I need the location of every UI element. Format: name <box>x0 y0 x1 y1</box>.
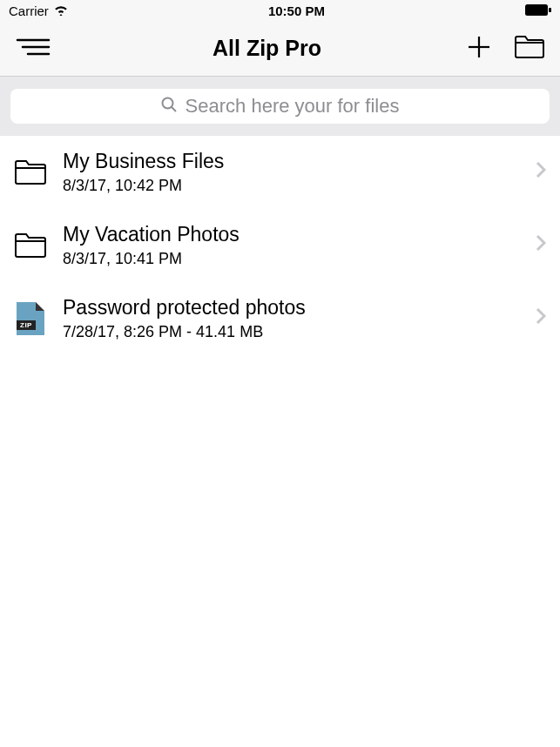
file-list: My Business Files 8/3/17, 10:42 PM My Va… <box>0 136 560 355</box>
search-container: Search here your for files <box>0 77 560 136</box>
page-title: All Zip Pro <box>85 36 449 61</box>
list-item[interactable]: My Vacation Photos 8/3/17, 10:41 PM <box>0 209 560 282</box>
search-icon <box>161 95 177 118</box>
add-icon[interactable] <box>468 36 490 62</box>
folder-icon <box>14 156 47 189</box>
status-left: Carrier <box>9 3 68 18</box>
list-item-subtitle: 8/3/17, 10:41 PM <box>63 250 520 268</box>
list-item[interactable]: ZIP Password protected photos 7/28/17, 8… <box>0 282 560 355</box>
list-item-subtitle: 7/28/17, 8:26 PM - 41.41 MB <box>63 323 520 341</box>
svg-rect-0 <box>525 4 548 16</box>
search-placeholder: Search here your for files <box>186 95 400 118</box>
folder-icon <box>14 229 47 262</box>
chevron-right-icon <box>536 234 546 257</box>
status-bar: Carrier 10:50 PM <box>0 0 560 21</box>
list-item[interactable]: My Business Files 8/3/17, 10:42 PM <box>0 136 560 209</box>
menu-icon[interactable] <box>16 37 51 60</box>
wifi-icon <box>54 3 68 18</box>
zip-file-icon: ZIP <box>14 302 47 335</box>
carrier-label: Carrier <box>9 3 49 18</box>
svg-rect-1 <box>549 8 551 12</box>
svg-line-9 <box>172 107 176 111</box>
battery-icon <box>525 3 551 18</box>
folder-nav-icon[interactable] <box>515 36 544 62</box>
svg-point-8 <box>162 98 172 109</box>
nav-bar: All Zip Pro <box>0 21 560 77</box>
search-input[interactable]: Search here your for files <box>10 89 550 124</box>
chevron-right-icon <box>536 307 546 330</box>
list-item-title: My Vacation Photos <box>63 223 520 246</box>
status-time: 10:50 PM <box>268 3 325 18</box>
list-item-title: Password protected photos <box>63 296 520 320</box>
chevron-right-icon <box>536 161 546 184</box>
list-item-title: My Business Files <box>63 150 520 173</box>
status-right <box>525 3 551 18</box>
list-item-subtitle: 8/3/17, 10:42 PM <box>63 177 520 195</box>
